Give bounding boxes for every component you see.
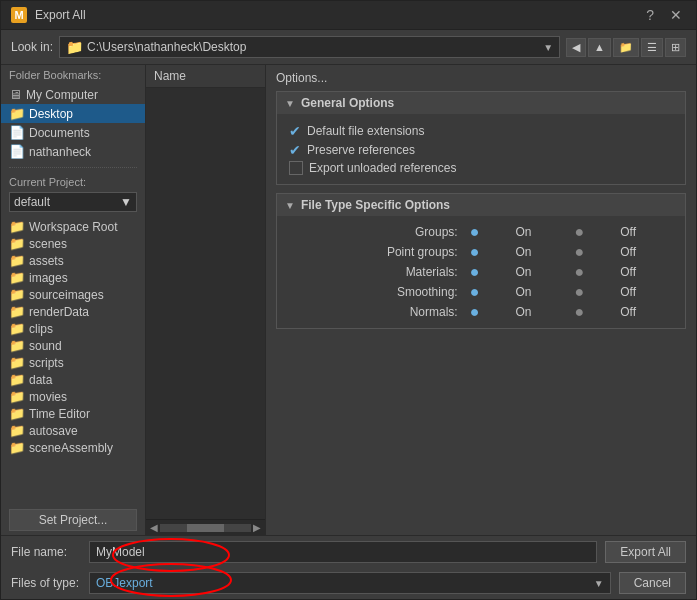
radio-off-dot: ● <box>569 262 615 282</box>
filename-input[interactable] <box>89 541 597 563</box>
dialog-title: Export All <box>35 8 86 22</box>
folder-icon: 📁 <box>9 440 25 455</box>
file-list-content <box>146 88 265 519</box>
radio-off-label[interactable]: Off <box>614 262 673 282</box>
nav-up-button[interactable]: ▲ <box>588 38 611 57</box>
set-project-button[interactable]: Set Project... <box>9 509 137 531</box>
checkbox-row-export-unloaded: Export unloaded references <box>289 161 673 175</box>
checkbox-row-preserve-refs: ✔ Preserve references <box>289 142 673 158</box>
checkbox-label[interactable]: Default file extensions <box>307 124 424 138</box>
project-item-clips[interactable]: 📁clips <box>1 320 145 337</box>
filetype-dropdown-arrow-icon: ▼ <box>594 578 604 589</box>
folder-icon: 📁 <box>9 270 25 285</box>
folder-icon: 📁 <box>9 372 25 387</box>
folder-icon: 📁 <box>9 389 25 404</box>
radio-on-label[interactable]: On <box>509 262 568 282</box>
filetype-options-body: Groups: ● On ● Off Point groups: ● On ● … <box>277 216 685 328</box>
bookmark-desktop[interactable]: 📁 Desktop <box>1 104 145 123</box>
project-item-scenes[interactable]: 📁scenes <box>1 235 145 252</box>
filetype-options-header[interactable]: ▼ File Type Specific Options <box>277 194 685 216</box>
project-item-sceneassembly[interactable]: 📁sceneAssembly <box>1 439 145 456</box>
filetype-row: Files of type: OBJexport ▼ Cancel <box>1 568 696 599</box>
project-item-renderdata[interactable]: 📁renderData <box>1 303 145 320</box>
radio-on-dot: ● <box>464 282 510 302</box>
folder-icon: 📁 <box>9 253 25 268</box>
close-button[interactable]: ✕ <box>666 7 686 23</box>
checkbox-label[interactable]: Preserve references <box>307 143 415 157</box>
bookmark-label: nathanheck <box>29 145 91 159</box>
project-item-time-editor[interactable]: 📁Time Editor <box>1 405 145 422</box>
folder-icon: 📁 <box>9 219 25 234</box>
radio-off-dot: ● <box>569 302 615 322</box>
radio-on-label[interactable]: On <box>509 242 568 262</box>
project-item-movies[interactable]: 📁movies <box>1 388 145 405</box>
radio-row-label: Point groups: <box>289 242 464 262</box>
radio-row-label: Materials: <box>289 262 464 282</box>
scroll-track[interactable] <box>160 524 251 532</box>
folder-icon: 📁 <box>9 287 25 302</box>
toolbar-buttons: ◀ ▲ 📁 ☰ ⊞ <box>566 38 686 57</box>
computer-icon: 🖥 <box>9 87 22 102</box>
look-in-combo[interactable]: 📁 C:\Users\nathanheck\Desktop ▼ <box>59 36 560 58</box>
nav-back-button[interactable]: ◀ <box>566 38 586 57</box>
filetype-value: OBJexport <box>96 576 153 590</box>
radio-on-label[interactable]: On <box>509 222 568 242</box>
current-project-label: Current Project: <box>1 172 145 190</box>
scroll-right-arrow[interactable]: ▶ <box>253 522 261 533</box>
options-title[interactable]: Options... <box>276 71 686 85</box>
help-button[interactable]: ? <box>642 7 658 23</box>
title-bar-controls: ? ✕ <box>642 7 686 23</box>
folder-icon: 📁 <box>9 406 25 421</box>
general-options-header[interactable]: ▼ General Options <box>277 92 685 114</box>
project-item-scripts[interactable]: 📁scripts <box>1 354 145 371</box>
project-item-images[interactable]: 📁images <box>1 269 145 286</box>
project-dropdown[interactable]: default ▼ <box>9 192 137 212</box>
look-in-path: C:\Users\nathanheck\Desktop <box>87 40 539 54</box>
cancel-button[interactable]: Cancel <box>619 572 686 594</box>
new-folder-button[interactable]: 📁 <box>613 38 639 57</box>
radio-on-dot: ● <box>464 262 510 282</box>
folder-icon: 📁 <box>9 423 25 438</box>
left-panel: Folder Bookmarks: 🖥 My Computer 📁 Deskto… <box>1 65 146 535</box>
project-item-data[interactable]: 📁data <box>1 371 145 388</box>
project-item-assets[interactable]: 📁assets <box>1 252 145 269</box>
radio-off-label[interactable]: Off <box>614 302 673 322</box>
collapse-arrow-icon: ▼ <box>285 200 295 211</box>
project-item-sound[interactable]: 📁sound <box>1 337 145 354</box>
project-item-autosave[interactable]: 📁autosave <box>1 422 145 439</box>
project-item-sourceimages[interactable]: 📁sourceimages <box>1 286 145 303</box>
radio-off-label[interactable]: Off <box>614 242 673 262</box>
project-value: default <box>14 195 50 209</box>
checkbox-row-default-ext: ✔ Default file extensions <box>289 123 673 139</box>
bottom-area: File name: Export All Files of type: OBJ… <box>1 535 696 599</box>
general-options-body: ✔ Default file extensions ✔ Preserve ref… <box>277 114 685 184</box>
radio-row-groups: Groups: ● On ● Off <box>289 222 673 242</box>
general-options-section: ▼ General Options ✔ Default file extensi… <box>276 91 686 185</box>
folder-icon: 📁 <box>9 236 25 251</box>
radio-off-dot: ● <box>569 222 615 242</box>
scroll-left-arrow[interactable]: ◀ <box>150 522 158 533</box>
list-view-button[interactable]: ☰ <box>641 38 663 57</box>
folder-icon: 📁 <box>9 338 25 353</box>
file-list-panel: Name ◀ ▶ <box>146 65 266 535</box>
filename-label: File name: <box>11 545 81 559</box>
bookmark-documents[interactable]: 📄 Documents <box>1 123 145 142</box>
radio-off-label[interactable]: Off <box>614 222 673 242</box>
detail-view-button[interactable]: ⊞ <box>665 38 686 57</box>
checkbox-label[interactable]: Export unloaded references <box>309 161 456 175</box>
radio-on-label[interactable]: On <box>509 282 568 302</box>
radio-row-normals: Normals: ● On ● Off <box>289 302 673 322</box>
export-all-button[interactable]: Export All <box>605 541 686 563</box>
bookmark-my-computer[interactable]: 🖥 My Computer <box>1 85 145 104</box>
filetype-combo[interactable]: OBJexport ▼ <box>89 572 611 594</box>
project-item-workspace-root[interactable]: 📁Workspace Root <box>1 218 145 235</box>
radio-on-dot: ● <box>464 302 510 322</box>
radio-on-label[interactable]: On <box>509 302 568 322</box>
radio-row-label: Smoothing: <box>289 282 464 302</box>
radio-off-dot: ● <box>569 282 615 302</box>
look-in-row: Look in: 📁 C:\Users\nathanheck\Desktop ▼… <box>1 30 696 65</box>
bookmark-nathanheck[interactable]: 📄 nathanheck <box>1 142 145 161</box>
radio-off-label[interactable]: Off <box>614 282 673 302</box>
folder-icon: 📁 <box>9 355 25 370</box>
bookmarks-list: 🖥 My Computer 📁 Desktop 📄 Documents 📄 na… <box>1 83 145 163</box>
